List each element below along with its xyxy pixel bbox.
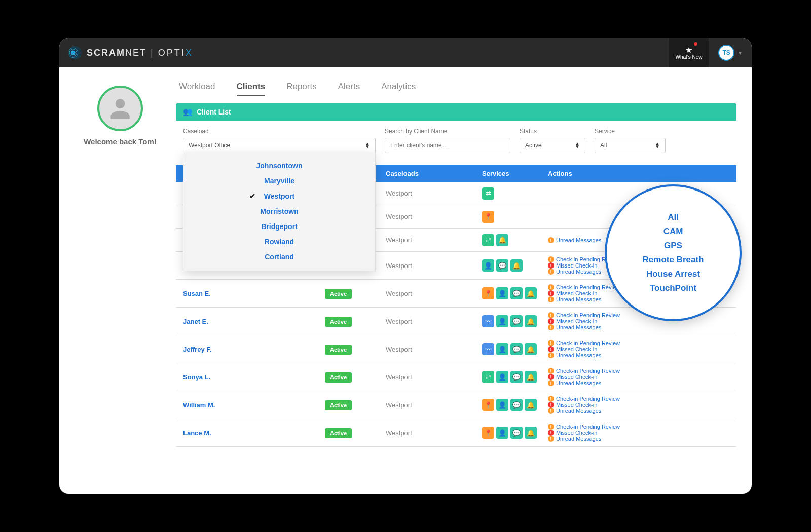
service-icon[interactable]: 🔔 — [496, 234, 508, 246]
service-option[interactable]: CAM — [663, 226, 683, 237]
action-link[interactable]: !Unread Messages — [548, 436, 729, 442]
action-link[interactable]: !Unread Messages — [548, 408, 729, 414]
check-icon: ✔ — [249, 192, 255, 200]
caseload-option[interactable]: ✔Westport — [183, 188, 375, 204]
service-icon[interactable]: 👤 — [496, 343, 508, 355]
alert-icon: ! — [548, 402, 554, 408]
brand: SCRAMNET | OPTIX — [68, 46, 193, 59]
caseload-cell: Westport — [386, 401, 482, 409]
service-icon[interactable]: 👤 — [496, 399, 508, 411]
service-icon[interactable]: 〰 — [482, 343, 494, 355]
action-link[interactable]: !Check-in Pending Review — [548, 340, 729, 346]
client-name-link[interactable]: William M. — [183, 401, 325, 409]
search-input[interactable] — [385, 138, 510, 153]
action-link[interactable]: !Unread Messages — [548, 352, 729, 358]
services-cell: 📍👤💬🔔 — [482, 287, 548, 299]
tab-analytics[interactable]: Analytics — [381, 82, 416, 96]
service-icon[interactable]: 🔔 — [525, 399, 537, 411]
caseload-option[interactable]: Cortland — [183, 249, 375, 264]
caseload-dropdown[interactable]: JohnsontownMaryville✔WestportMorristownB… — [183, 152, 376, 271]
service-icon[interactable]: 👤 — [496, 315, 508, 327]
action-link[interactable]: !Check-in Pending Review — [548, 368, 729, 374]
services-cell: 📍 — [482, 211, 548, 223]
client-name-link[interactable]: Jeffrey F. — [183, 346, 325, 353]
client-name-link[interactable]: Janet E. — [183, 318, 325, 325]
service-icon[interactable]: 📍 — [482, 287, 494, 299]
client-name-link[interactable]: Lance M. — [183, 429, 325, 437]
service-icon[interactable]: 📍 — [482, 427, 494, 439]
tab-alerts[interactable]: Alerts — [338, 82, 360, 96]
whats-new-button[interactable]: ★ What's New — [669, 38, 709, 67]
tab-clients[interactable]: Clients — [237, 82, 266, 96]
caseload-cell: Westport — [386, 189, 482, 197]
service-icon[interactable]: 💬 — [510, 287, 523, 299]
alert-icon: ! — [548, 396, 554, 402]
brand-divider: | — [151, 48, 154, 58]
alert-icon: ! — [548, 436, 554, 442]
service-icon[interactable]: 〰 — [482, 315, 494, 327]
caseload-option[interactable]: Johnsontown — [183, 158, 375, 173]
client-name-link[interactable]: Susan E. — [183, 290, 325, 297]
service-icon[interactable]: 🔔 — [525, 287, 537, 299]
alert-icon: ! — [548, 290, 554, 296]
actions-cell: !Check-in Pending Review!Missed Check-in… — [548, 396, 729, 414]
service-icon[interactable]: 🔔 — [525, 427, 537, 439]
service-options-popover: AllCAMGPSRemote BreathHouse ArrestTouchP… — [605, 184, 742, 321]
service-icon[interactable]: 💬 — [510, 371, 523, 383]
table-row: Sonya L.ActiveWestport⇄👤💬🔔!Check-in Pend… — [176, 363, 736, 391]
action-link[interactable]: !Missed Check-in — [548, 318, 729, 324]
filter-service: Service All ▲▼ — [595, 128, 666, 153]
service-icon[interactable]: 🔔 — [525, 343, 537, 355]
service-icon[interactable]: 📍 — [482, 399, 494, 411]
action-link[interactable]: !Missed Check-in — [548, 430, 729, 436]
service-icon[interactable]: 💬 — [510, 427, 523, 439]
caseload-option[interactable]: Maryville — [183, 173, 375, 188]
caseload-select[interactable]: Westport Office ▲▼ — [183, 138, 376, 153]
service-icon[interactable]: 👤 — [496, 287, 508, 299]
action-link[interactable]: !Missed Check-in — [548, 402, 729, 408]
service-icon[interactable]: 💬 — [496, 259, 508, 272]
status-select[interactable]: Active ▲▼ — [520, 138, 585, 153]
caseload-option[interactable]: Rowland — [183, 234, 375, 249]
user-menu[interactable]: TS ▼ — [718, 45, 743, 61]
tab-workload[interactable]: Workload — [179, 82, 215, 96]
action-text: Missed Check-in — [556, 290, 597, 296]
service-icon[interactable]: 💬 — [510, 315, 523, 327]
service-icon[interactable]: ⇄ — [482, 187, 494, 200]
sidebar: Welcome back Tom! — [75, 82, 166, 447]
service-icon[interactable]: 💬 — [510, 399, 523, 411]
service-icon[interactable]: 📍 — [482, 211, 494, 223]
service-icon[interactable]: 🔔 — [525, 371, 537, 383]
service-icon[interactable]: 💬 — [510, 343, 523, 355]
service-option[interactable]: Remote Breath — [643, 255, 704, 265]
action-link[interactable]: !Check-in Pending Review — [548, 396, 729, 402]
service-option[interactable]: House Arrest — [646, 269, 700, 279]
caseload-cell: Westport — [386, 213, 482, 220]
service-icon[interactable]: 👤 — [496, 427, 508, 439]
action-link[interactable]: !Check-in Pending Review — [548, 424, 729, 430]
service-icon[interactable]: 👤 — [496, 371, 508, 383]
client-name-link[interactable]: Sonya L. — [183, 373, 325, 381]
service-option[interactable]: All — [668, 212, 679, 222]
alert-icon: ! — [548, 318, 554, 324]
status-badge: Active — [325, 400, 352, 410]
action-link[interactable]: !Unread Messages — [548, 380, 729, 386]
caseload-option[interactable]: Bridgeport — [183, 219, 375, 234]
tab-reports[interactable]: Reports — [286, 82, 317, 96]
service-icon[interactable]: ⇄ — [482, 234, 494, 246]
action-link[interactable]: !Missed Check-in — [548, 374, 729, 380]
users-icon: 👥 — [183, 107, 193, 117]
service-icon[interactable]: 👤 — [482, 259, 494, 272]
caseload-option[interactable]: Morristown — [183, 204, 375, 219]
alert-icon: ! — [548, 368, 554, 374]
service-option[interactable]: GPS — [664, 241, 682, 251]
action-text: Unread Messages — [556, 408, 601, 414]
action-link[interactable]: !Unread Messages — [548, 324, 729, 330]
service-icon[interactable]: 🔔 — [510, 259, 523, 272]
service-icon[interactable]: ⇄ — [482, 371, 494, 383]
user-avatar: TS — [718, 45, 734, 61]
service-select[interactable]: All ▲▼ — [595, 138, 666, 153]
service-icon[interactable]: 🔔 — [525, 315, 537, 327]
action-link[interactable]: !Missed Check-in — [548, 346, 729, 352]
service-option[interactable]: TouchPoint — [650, 283, 696, 293]
